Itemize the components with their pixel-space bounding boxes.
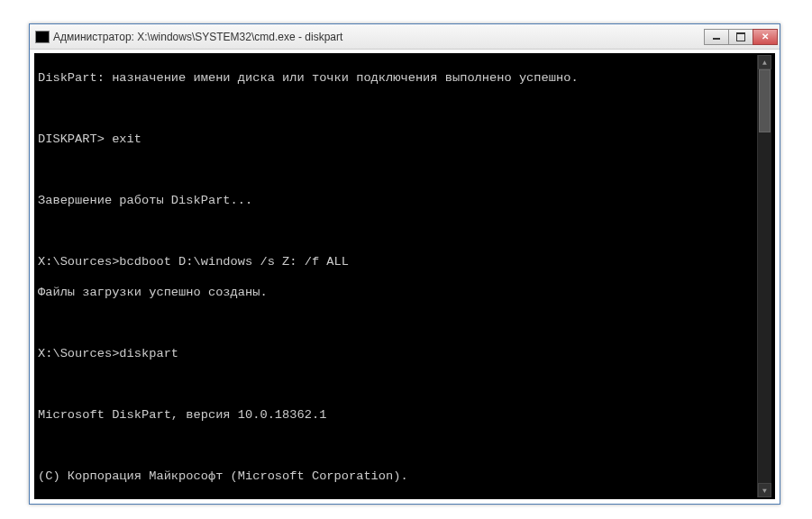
output-line: Microsoft DiskPart, версия 10.0.18362.1 — [38, 407, 757, 423]
scroll-down-button[interactable]: ▼ — [758, 483, 771, 497]
titlebar[interactable]: Администратор: X:\windows\SYSTEM32\cmd.e… — [30, 24, 780, 50]
scroll-up-button[interactable]: ▲ — [758, 55, 771, 69]
output-line: DiskPart: назначение имени диска или точ… — [38, 70, 757, 86]
close-button[interactable] — [753, 29, 778, 45]
prompt: DISKPART> — [38, 132, 112, 146]
terminal-output: DiskPart: назначение имени диска или точ… — [38, 55, 757, 497]
minimize-button[interactable] — [704, 29, 729, 45]
scroll-track[interactable] — [758, 69, 771, 483]
command: diskpart — [119, 347, 178, 360]
command: exit — [112, 132, 141, 146]
terminal-icon — [35, 31, 50, 43]
window-controls — [705, 29, 778, 45]
output-line — [38, 223, 757, 239]
terminal-area[interactable]: DiskPart: назначение имени диска или точ… — [34, 53, 775, 499]
prompt-line: X:\Sources>bcdboot D:\windows /s Z: /f A… — [38, 254, 757, 269]
window-title: Администратор: X:\windows\SYSTEM32\cmd.e… — [53, 31, 705, 43]
output-line: (C) Корпорация Майкрософт (Microsoft Cor… — [38, 469, 757, 484]
terminal-window: Администратор: X:\windows\SYSTEM32\cmd.e… — [29, 23, 780, 505]
output-line — [38, 101, 757, 116]
output-line — [38, 162, 757, 178]
output-line: Завершение работы DiskPart... — [38, 193, 757, 208]
prompt-line: X:\Sources>diskpart — [38, 346, 757, 361]
output-line — [38, 438, 757, 453]
command: bcdboot D:\windows /s Z: /f ALL — [119, 255, 349, 269]
prompt: X:\Sources> — [38, 347, 119, 360]
output-line — [38, 377, 757, 392]
prompt: X:\Sources> — [38, 255, 119, 269]
vertical-scrollbar[interactable]: ▲ ▼ — [757, 55, 771, 497]
prompt-line: DISKPART> exit — [38, 132, 757, 147]
maximize-button[interactable] — [728, 29, 753, 45]
scroll-thumb[interactable] — [759, 69, 771, 132]
output-line — [38, 315, 757, 331]
output-line: Файлы загрузки успешно созданы. — [38, 285, 757, 300]
